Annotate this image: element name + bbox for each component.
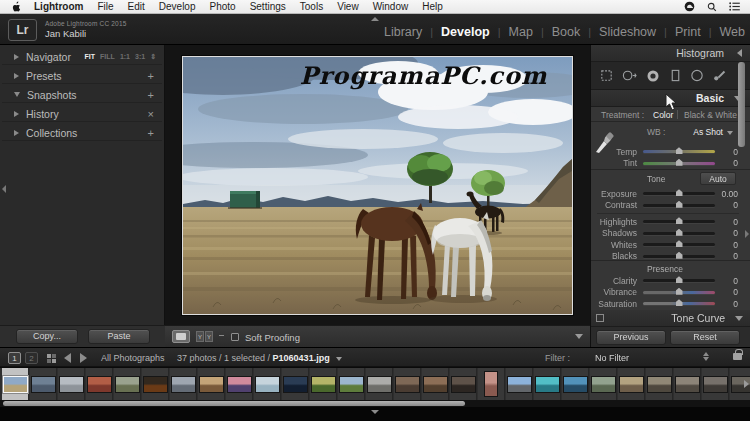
module-library[interactable]: Library <box>384 25 422 39</box>
filmstrip-thumb-6[interactable] <box>142 368 169 400</box>
notification-list-icon[interactable] <box>729 2 740 11</box>
menu-settings[interactable]: Settings <box>243 0 293 13</box>
filmstrip-thumb-26[interactable] <box>702 368 729 400</box>
disclosure-triangle-icon[interactable] <box>14 92 20 97</box>
wb-value-dropdown[interactable]: As Shot <box>671 127 723 137</box>
slider-thumb[interactable] <box>676 201 683 208</box>
treatment-color-option[interactable]: Color <box>653 110 673 120</box>
selection-status[interactable]: 37 photos / 1 selected / P1060431.jpg <box>177 353 342 363</box>
disclosure-triangle-icon[interactable] <box>14 73 19 79</box>
secondary-window-button[interactable]: 2 <box>25 352 38 364</box>
panel-section-snapshots[interactable]: Snapshots+ <box>2 87 162 103</box>
slider-track-exposure[interactable] <box>643 192 715 195</box>
slider-track-contrast[interactable] <box>643 204 715 207</box>
filmstrip-thumb-10[interactable] <box>254 368 281 400</box>
menu-file[interactable]: File <box>90 0 120 13</box>
disclosure-triangle-icon[interactable] <box>14 111 19 117</box>
slider-thumb[interactable] <box>676 288 683 295</box>
panel-section-presets[interactable]: Presets+ <box>2 68 162 84</box>
filmstrip-thumb-5[interactable] <box>114 368 141 400</box>
filmstrip-collapse-arrow[interactable] <box>371 410 379 414</box>
previous-button[interactable]: Previous <box>596 330 666 345</box>
top-panel-collapse-arrow[interactable] <box>371 17 379 21</box>
apple-menu-icon[interactable] <box>6 1 27 12</box>
radial-filter-icon[interactable] <box>689 68 705 83</box>
slider-thumb[interactable] <box>676 159 683 166</box>
module-develop[interactable]: Develop <box>441 25 490 39</box>
filmstrip-thumb-25[interactable] <box>674 368 701 400</box>
disclosure-triangle-icon[interactable] <box>14 130 19 136</box>
filter-lock-icon[interactable] <box>733 353 742 360</box>
target-adjustment-icon[interactable] <box>596 314 604 322</box>
menu-window[interactable]: Window <box>366 0 416 13</box>
filmstrip-thumb-19[interactable] <box>506 368 533 400</box>
filmstrip-scroll-right-arrow[interactable] <box>744 380 749 388</box>
panel-section-navigator[interactable]: NavigatorFITFILL1:13:1⇕ <box>2 49 162 65</box>
menu-help[interactable]: Help <box>415 0 450 13</box>
module-print[interactable]: Print <box>675 25 701 39</box>
menu-tools[interactable]: Tools <box>293 0 330 13</box>
loupe-view-button[interactable] <box>172 330 190 343</box>
menu-develop[interactable]: Develop <box>152 0 203 13</box>
filmstrip-thumb-13[interactable] <box>338 368 365 400</box>
slider-thumb[interactable] <box>676 217 683 224</box>
slider-track-blacks[interactable] <box>643 255 715 258</box>
auto-tone-button[interactable]: Auto <box>700 172 736 185</box>
filmstrip-thumb-9[interactable] <box>226 368 253 400</box>
filmstrip-thumb-4[interactable] <box>86 368 113 400</box>
slider-track-saturation[interactable] <box>643 302 715 305</box>
filmstrip-thumb-8[interactable] <box>198 368 225 400</box>
go-forward-arrow[interactable] <box>80 353 87 363</box>
zoom-level-3:1[interactable]: 3:1 <box>135 53 145 60</box>
paste-button[interactable]: Paste <box>88 329 150 344</box>
filmstrip-thumb-18[interactable] <box>478 368 505 400</box>
filmstrip-thumb-17[interactable] <box>450 368 477 400</box>
red-eye-correction-icon[interactable] <box>645 68 661 84</box>
panel-section-action[interactable]: × <box>148 108 154 120</box>
panel-section-action[interactable]: + <box>148 89 154 101</box>
slider-thumb[interactable] <box>676 299 683 306</box>
panel-section-action[interactable]: + <box>148 127 154 139</box>
slider-thumb[interactable] <box>676 252 683 259</box>
filmstrip-thumb-20[interactable] <box>534 368 561 400</box>
menu-photo[interactable]: Photo <box>203 0 243 13</box>
slider-track-vibrance[interactable] <box>643 291 715 294</box>
module-map[interactable]: Map <box>509 25 533 39</box>
slider-track-clarity[interactable] <box>643 279 715 282</box>
filmstrip-scrollbar-thumb[interactable] <box>3 401 465 406</box>
filmstrip-thumb-12[interactable] <box>310 368 337 400</box>
slider-thumb[interactable] <box>676 147 683 154</box>
crop-overlay-icon[interactable] <box>599 68 614 83</box>
slider-track-whites[interactable] <box>643 243 715 246</box>
panel-section-history[interactable]: History× <box>2 106 162 122</box>
slider-track-highlights[interactable] <box>643 220 715 223</box>
treatment-bw-option[interactable]: Black & White <box>684 110 737 120</box>
zoom-level-fill[interactable]: FILL <box>100 53 115 60</box>
filmstrip-thumb-24[interactable] <box>646 368 673 400</box>
filmstrip-thumb-15[interactable] <box>394 368 421 400</box>
menu-view[interactable]: View <box>330 0 366 13</box>
filmstrip-thumb-3[interactable] <box>58 368 85 400</box>
main-window-button[interactable]: 1 <box>8 352 21 364</box>
disclosure-triangle-icon[interactable] <box>14 54 19 60</box>
photo[interactable]: ProgramaPC.com <box>182 56 573 315</box>
filter-dropdown[interactable]: No Filter <box>585 350 715 365</box>
toolbar-options-arrow[interactable] <box>575 334 583 339</box>
zoom-level-chooser[interactable]: ⇕ <box>150 53 156 61</box>
zoom-level-fit[interactable]: FIT <box>85 53 96 60</box>
slider-thumb[interactable] <box>676 240 683 247</box>
module-slideshow[interactable]: Slideshow <box>599 25 656 39</box>
left-panel-collapse-arrow[interactable] <box>2 185 6 193</box>
grid-view-icon[interactable] <box>47 354 56 363</box>
filmstrip-thumb-11[interactable] <box>282 368 309 400</box>
menu-lightroom[interactable]: Lightroom <box>27 0 90 13</box>
panel-section-collections[interactable]: Collections+ <box>2 125 162 141</box>
right-panel-collapse-arrow[interactable] <box>745 230 749 238</box>
tone-curve-header[interactable]: Tone Curve <box>591 310 750 327</box>
search-icon[interactable] <box>707 2 717 12</box>
filmstrip-thumb-16[interactable] <box>422 368 449 400</box>
filmstrip-thumb-23[interactable] <box>618 368 645 400</box>
slider-thumb[interactable] <box>676 189 683 196</box>
filmstrip-thumb-1[interactable] <box>2 368 29 400</box>
filmstrip-thumb-21[interactable] <box>562 368 589 400</box>
